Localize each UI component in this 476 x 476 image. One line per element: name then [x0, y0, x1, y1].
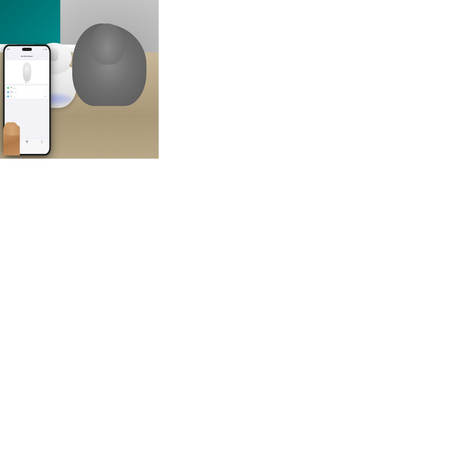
- list-section: Filter Filter Left 28 days: [6, 86, 48, 99]
- cat-body: [72, 23, 146, 106]
- clean-action[interactable]: [45, 91, 47, 93]
- filter-action[interactable]: [45, 87, 47, 89]
- cat-figure: [64, 8, 151, 111]
- list-item-uv[interactable]: UV RunTime: 5min: [6, 94, 48, 99]
- carousel-dots: [25, 82, 29, 83]
- uv-title: UV: [10, 96, 44, 97]
- background-scene: 15:57 ●●● 5G ▓ ‹ Tellur Water Dispenser …: [0, 0, 159, 159]
- back-button[interactable]: ‹: [7, 55, 7, 57]
- grid-cell-4: [27, 141, 28, 142]
- device-preview-image: [23, 63, 31, 82]
- grid-cell-3: [26, 141, 27, 142]
- uv-toggle-action[interactable]: [44, 96, 47, 97]
- cat-ear-right: [111, 26, 115, 29]
- back-chevron-icon: ‹: [7, 55, 7, 57]
- clean-icon: [7, 91, 9, 93]
- page-title: Tellur Water Dispenser: [21, 56, 33, 57]
- setting-nav-icon: [41, 140, 43, 142]
- uv-subtitle: RunTime: 5min: [10, 97, 44, 98]
- carousel-dot-3: [28, 82, 29, 83]
- filter-icon-inner: [8, 87, 9, 88]
- gear-icon: [41, 140, 43, 142]
- normal-nav-icon: [26, 140, 28, 142]
- network-signal-icon: ●●●: [43, 49, 44, 50]
- cat-ear-left: [98, 27, 102, 30]
- grid-cell-2: [27, 140, 28, 141]
- clean-subtitle: Clean Left 5 days: [10, 92, 45, 93]
- device-center-piece: [50, 49, 58, 61]
- status-time: 15:57: [7, 49, 10, 50]
- list-item-clean[interactable]: Clean Clean Left 5 days: [6, 90, 48, 94]
- edit-button[interactable]: ✎: [46, 56, 47, 57]
- carousel-dot-active: [25, 82, 27, 83]
- grid-cell-1: [26, 140, 27, 141]
- cat-head: [91, 23, 124, 65]
- filter-refresh-icon: [45, 87, 47, 89]
- nav-item-setting[interactable]: Setting: [34, 140, 49, 144]
- battery-icon: ▓: [46, 49, 47, 50]
- normal-nav-label: Normal: [26, 143, 28, 144]
- carousel-dot-2: [27, 82, 28, 83]
- clean-title: Clean: [10, 91, 45, 92]
- network-type-label: 5G: [45, 49, 46, 50]
- clean-text: Clean Clean Left 5 days: [10, 91, 45, 93]
- hand-holding-phone: [3, 122, 20, 155]
- dynamic-island: [22, 48, 32, 51]
- phone-overlay: 15:57 ●●● 5G ▓ ‹ Tellur Water Dispenser …: [3, 44, 51, 155]
- clean-refresh-icon: [45, 91, 47, 93]
- toggle-knob: [44, 96, 45, 97]
- device-preview-inner: [25, 66, 29, 76]
- status-icons: ●●● 5G ▓: [43, 49, 47, 50]
- uv-text: UV RunTime: 5min: [10, 96, 44, 98]
- header-bar: ‹ Tellur Water Dispenser ✎: [5, 52, 49, 60]
- device-preview-area: [5, 60, 49, 84]
- grid-icon: [26, 140, 28, 142]
- filter-subtitle: Filter Left 28 days: [10, 88, 45, 89]
- uv-toggle-switch[interactable]: [44, 96, 47, 97]
- uv-icon: [7, 96, 9, 97]
- filter-title: Filter: [10, 87, 45, 88]
- nav-item-normal[interactable]: Normal: [19, 140, 34, 144]
- filter-text: Filter Filter Left 28 days: [10, 87, 45, 89]
- uv-icon-inner: [8, 96, 9, 97]
- setting-nav-label: Setting: [41, 143, 43, 144]
- filter-icon: [7, 87, 9, 89]
- list-item-filter[interactable]: Filter Filter Left 28 days: [6, 86, 48, 90]
- clean-icon-inner: [8, 92, 9, 92]
